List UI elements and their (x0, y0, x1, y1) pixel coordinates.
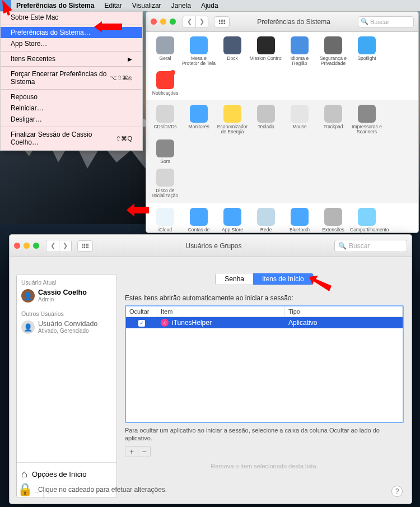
checkbox-checked-icon: ✓ (138, 320, 145, 327)
pref-item[interactable]: Idioma e Região (283, 35, 316, 70)
menubar-item[interactable]: Visualizar (127, 0, 166, 11)
pref-item[interactable]: Teclado (249, 104, 283, 138)
menu-recent-items[interactable]: Itens Recentes▶ (1, 53, 142, 64)
table-row[interactable]: ✓ ♫iTunesHelper Aplicativo (126, 317, 403, 328)
menu-shutdown[interactable]: Desligar… (1, 114, 142, 125)
traffic-lights (151, 18, 176, 25)
nav-buttons: ❮ ❯ (183, 16, 208, 28)
menu-separator (1, 66, 142, 67)
pref-label: Economizador de Energia (216, 124, 249, 135)
user-role: Ativado, Gerenciado (38, 328, 97, 334)
pref-item[interactable]: Contas de Internet (182, 207, 216, 233)
pref-item[interactable]: Mesa e Protetor de Tela (182, 35, 216, 70)
remove-item-button[interactable]: − (138, 446, 150, 457)
pref-label: Teclado (249, 124, 283, 129)
pref-icon (358, 36, 376, 54)
pref-icon (190, 208, 208, 226)
item-name: iTunesHelper (172, 319, 212, 327)
pref-label: CDs/DVDs (148, 124, 182, 129)
prefs-row: CDs/DVDsMonitoresEconomizador de Energia… (146, 100, 418, 203)
guest-user-row[interactable]: 👤 Usuário Convidado Ativado, Gerenciado (17, 319, 116, 337)
sidebar-section-current: Usuário Atual (17, 275, 116, 288)
pref-item[interactable]: Geral (148, 35, 182, 70)
pref-item[interactable]: Impressoras e Scanners (350, 104, 384, 138)
back-button[interactable]: ❮ (183, 16, 195, 27)
menubar-item[interactable]: Editar (99, 0, 127, 11)
menu-force-quit[interactable]: Forçar Encerrar Preferências do Sistema⌥… (1, 68, 142, 87)
menu-shortcut: ⇧⌘Q (116, 135, 132, 142)
pref-icon (257, 36, 275, 54)
pref-label: Spotlight (350, 56, 384, 61)
tab-login-items[interactable]: Itens de Início (253, 273, 313, 285)
pref-item[interactable]: Trackpad (316, 104, 350, 138)
close-button[interactable] (14, 243, 20, 249)
pref-item[interactable]: Spotlight (350, 35, 384, 70)
pref-item[interactable]: Mission Control (249, 35, 283, 70)
menu-label: Finalizar Sessão de Cassio Coelho… (11, 131, 116, 146)
annotation-arrow (127, 203, 149, 217)
pref-label: Contas de Internet (182, 227, 216, 233)
main-panel: Senha Itens de Início Estes itens abrirã… (117, 257, 412, 504)
tab-password[interactable]: Senha (216, 273, 253, 285)
current-user-row[interactable]: 👤 Cassio Coelho Admin (17, 288, 116, 306)
pref-item[interactable]: Bluetooth (283, 207, 316, 233)
pref-item[interactable]: Mouse (283, 104, 316, 138)
pref-icon (156, 71, 174, 89)
minimize-button[interactable] (24, 243, 30, 249)
zoom-button[interactable] (33, 243, 39, 249)
show-all-button[interactable] (77, 240, 93, 252)
pref-item[interactable]: Dock (216, 35, 249, 70)
pref-item[interactable]: Segurança e Privacidade (316, 35, 350, 70)
pref-icon (291, 208, 309, 226)
add-remove-items: + − (125, 446, 151, 457)
pref-item[interactable]: Economizador de Energia (216, 104, 249, 138)
pref-item[interactable]: iCloud (148, 207, 182, 233)
menu-restart[interactable]: Reiniciar… (1, 103, 142, 114)
pref-icon (358, 208, 376, 226)
hide-checkbox-cell[interactable]: ✓ (126, 317, 157, 328)
pref-label: Idioma e Região (283, 56, 316, 67)
menu-app-store[interactable]: App Store… (1, 38, 142, 49)
pref-item[interactable]: Notificações (148, 70, 182, 99)
show-all-button[interactable] (214, 16, 230, 27)
pref-icon (156, 169, 174, 187)
menu-sleep[interactable]: Repouso (1, 91, 142, 103)
forward-button[interactable]: ❯ (59, 240, 71, 252)
pref-item[interactable]: Compartilhamento (350, 207, 384, 233)
close-button[interactable] (151, 18, 157, 25)
pref-item[interactable]: Som (148, 138, 182, 168)
pref-item[interactable]: Monitores (182, 104, 216, 138)
login-options-label: Opções de Início (32, 470, 87, 478)
pref-label: Monitores (182, 124, 216, 129)
pref-icon (324, 36, 342, 54)
pref-item[interactable]: CDs/DVDs (148, 104, 182, 138)
search-field[interactable]: 🔍Buscar (334, 240, 407, 252)
col-item: Item (157, 306, 285, 317)
users-body: Usuário Atual 👤 Cassio Coelho Admin Outr… (10, 257, 412, 504)
prefs-row: GeralMesa e Protetor de TelaDockMission … (146, 32, 418, 100)
pref-item[interactable]: Disco de Inicialização (148, 168, 182, 202)
svg-marker-2 (127, 203, 149, 217)
pref-icon (223, 105, 241, 123)
menubar-item[interactable]: Ajuda (196, 0, 223, 11)
zoom-button[interactable] (170, 18, 176, 25)
remove-hint: Remova o item selecionado desta lista. (125, 463, 404, 469)
minimize-button[interactable] (160, 18, 166, 25)
add-item-button[interactable]: + (125, 446, 138, 457)
pref-label: Notificações (148, 91, 182, 96)
annotation-arrow (309, 276, 332, 291)
help-button[interactable]: ? (391, 486, 403, 497)
prefs-row: iCloudContas de InternetApp StoreRedeBlu… (146, 203, 418, 233)
menubar-item[interactable]: Janela (166, 0, 196, 11)
lock-icon[interactable]: 🔒 (17, 482, 32, 497)
pref-icon (257, 105, 275, 123)
back-button[interactable]: ❮ (46, 240, 59, 252)
pref-item[interactable]: App Store (216, 207, 249, 233)
pref-item[interactable]: Rede (249, 207, 283, 233)
menubar-app[interactable]: Preferências do Sistema (11, 0, 99, 11)
menu-logout[interactable]: Finalizar Sessão de Cassio Coelho…⇧⌘Q (1, 129, 142, 148)
forward-button[interactable]: ❯ (195, 16, 208, 27)
pref-icon (324, 208, 342, 226)
search-field[interactable]: 🔍Buscar (358, 16, 414, 27)
pref-item[interactable]: Extensões (316, 207, 350, 233)
